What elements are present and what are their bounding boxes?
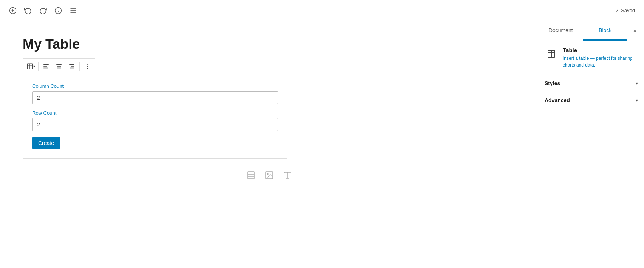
advanced-section-title: Advanced [545,97,570,103]
bottom-block-inserter [23,171,515,182]
save-status: ✓ Saved [615,8,635,13]
toolbar-divider-2 [79,62,80,71]
block-info: Table Insert a table — perfect for shari… [538,41,644,75]
block-toolbar: ▾ [23,58,95,74]
menu-button[interactable] [67,4,80,17]
advanced-section-header[interactable]: Advanced ▾ [538,92,644,109]
align-center-button[interactable] [53,60,65,72]
align-right-button[interactable] [66,60,78,72]
styles-chevron-icon: ▾ [636,81,638,86]
add-button[interactable] [6,4,20,17]
create-button[interactable]: Create [32,137,60,149]
table-setup-panel: Column Count Row Count Create [23,74,287,159]
save-checkmark: ✓ [615,8,619,13]
main-layout: My Table ▾ [0,21,644,268]
column-count-input[interactable] [32,91,278,104]
insert-text-icon[interactable] [283,171,292,182]
advanced-chevron-icon: ▾ [636,98,638,103]
align-left-button[interactable] [40,60,52,72]
tab-document[interactable]: Document [538,21,583,41]
redo-button[interactable] [36,4,50,17]
svg-point-23 [87,66,88,67]
sidebar-header: Document Block × [538,21,644,41]
block-info-text: Table Insert a table — perfect for shari… [563,47,638,69]
table-type-button[interactable]: ▾ [25,60,37,72]
sidebar: Document Block × Table Insert a table — … [538,21,644,268]
advanced-section: Advanced ▾ [538,92,644,109]
insert-table-icon[interactable] [247,171,256,182]
page-title: My Table [23,36,515,52]
close-button[interactable]: × [627,23,642,39]
editor-area: My Table ▾ [0,21,538,268]
block-info-description: Insert a table — perfect for sharing cha… [563,55,638,69]
styles-section-header[interactable]: Styles ▾ [538,75,644,92]
undo-button[interactable] [21,4,35,17]
column-count-group: Column Count [32,83,278,104]
block-info-title: Table [563,47,638,53]
more-options-button[interactable] [81,60,93,72]
row-count-label: Row Count [32,110,278,116]
save-label: Saved [621,8,635,13]
svg-point-22 [87,64,88,65]
tab-block[interactable]: Block [583,21,628,41]
styles-section-title: Styles [545,80,560,86]
top-toolbar: ✓ Saved [0,0,644,21]
svg-point-30 [267,173,268,175]
toolbar-divider [38,62,39,71]
info-button[interactable] [51,4,65,17]
insert-image-icon[interactable] [265,171,274,182]
block-type-icon [545,47,558,61]
styles-section: Styles ▾ [538,75,644,92]
column-count-label: Column Count [32,83,278,89]
row-count-group: Row Count [32,110,278,131]
svg-point-24 [87,68,88,69]
row-count-input[interactable] [32,118,278,131]
